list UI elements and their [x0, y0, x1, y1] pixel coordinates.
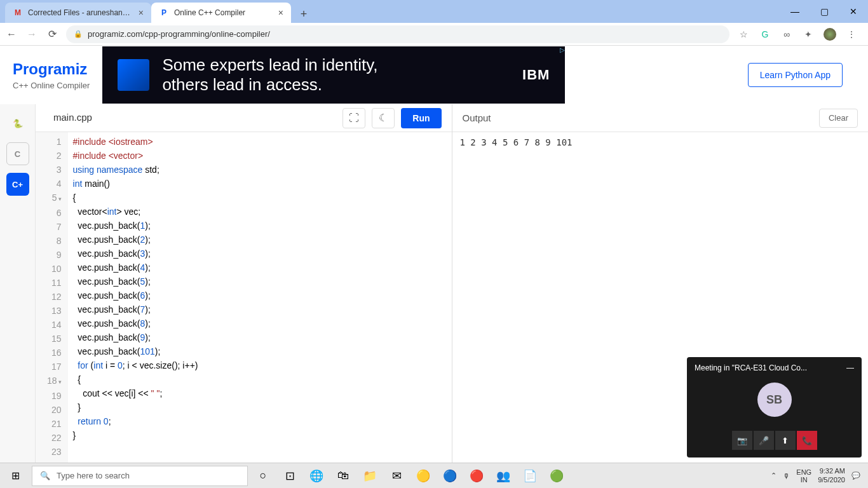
code-editor[interactable]: 12345▾6789101112131415161718▾1920212223 …: [36, 132, 452, 463]
teams-popup-header: Meeting in "RCA-E31 Cloud Co... —: [687, 357, 862, 379]
start-button[interactable]: ⊞: [0, 463, 31, 489]
teams-meeting-title: Meeting in "RCA-E31 Cloud Co...: [695, 363, 807, 372]
page-subtitle: C++ Online Compiler: [13, 81, 90, 90]
teams-hangup-button[interactable]: 📞: [797, 431, 817, 450]
teams-camera-button[interactable]: 📷: [732, 431, 752, 450]
page-header: Programiz C++ Online Compiler Some exper…: [0, 46, 868, 104]
reload-button[interactable]: ⟳: [46, 28, 58, 41]
explorer-icon[interactable]: 📁: [362, 468, 377, 484]
back-button[interactable]: ←: [5, 28, 18, 41]
cortana-icon[interactable]: ○: [255, 468, 271, 484]
ad-banner[interactable]: Some experts lead in identity, others le…: [102, 46, 565, 104]
mail-icon[interactable]: ✉: [389, 468, 404, 484]
notifications-icon[interactable]: 💬: [851, 471, 860, 480]
window-controls: — ▢ ✕: [780, 0, 868, 23]
ad-info-icon[interactable]: ▷: [560, 46, 565, 53]
url-input[interactable]: 🔒 programiz.com/cpp-programming/online-c…: [66, 25, 729, 43]
extension-icon[interactable]: ∞: [780, 28, 793, 41]
ad-logo-icon: [118, 59, 149, 91]
lock-icon: 🔒: [74, 30, 83, 38]
taskbar-search[interactable]: 🔍 Type here to search: [32, 466, 248, 486]
forward-button[interactable]: →: [25, 28, 38, 41]
output-label: Output: [463, 112, 491, 123]
learn-python-button[interactable]: Learn Python App: [748, 63, 843, 87]
minimize-button[interactable]: —: [780, 0, 810, 23]
programiz-logo[interactable]: Programiz: [13, 60, 90, 78]
new-tab-button[interactable]: +: [295, 5, 313, 23]
editor-header: main.cpp ⛶ ☾ Run: [36, 104, 452, 132]
browser-tab-gmail[interactable]: M Corrected Files - aruneshankit2© ×: [5, 3, 151, 23]
chromium-icon[interactable]: 🔵: [442, 468, 458, 484]
logo-block: Programiz C++ Online Compiler: [13, 60, 90, 90]
run-button[interactable]: Run: [401, 108, 441, 128]
word-icon[interactable]: 📄: [522, 468, 538, 484]
toolbar-right: ☆ G ∞ ✦ ⋮: [737, 28, 863, 41]
profile-avatar[interactable]: [824, 28, 836, 41]
ibm-logo: IBM: [522, 67, 550, 83]
star-icon[interactable]: ☆: [737, 28, 750, 41]
teams-share-button[interactable]: ⬆: [775, 431, 796, 450]
output-text: 1 2 3 4 5 6 7 8 9 101: [452, 132, 869, 152]
lang-c[interactable]: C: [6, 142, 29, 165]
file-tab[interactable]: main.cpp: [46, 104, 100, 132]
opera-icon[interactable]: 🔴: [469, 468, 484, 484]
address-bar: ← → ⟳ 🔒 programiz.com/cpp-programming/on…: [0, 23, 868, 46]
editor-panel: main.cpp ⛶ ☾ Run 12345▾67891011121314151…: [36, 104, 452, 463]
teams-participant-avatar: SB: [757, 383, 792, 417]
lang-cpp[interactable]: C+: [6, 173, 29, 196]
menu-icon[interactable]: ⋮: [845, 28, 858, 41]
clear-button[interactable]: Clear: [819, 109, 858, 128]
tab-title: Corrected Files - aruneshankit2©: [28, 8, 133, 17]
close-icon[interactable]: ×: [139, 8, 144, 18]
search-icon: 🔍: [40, 471, 50, 480]
language-sidebar: 🐍 C C+: [0, 104, 36, 463]
tab-title: Online C++ Compiler: [174, 8, 273, 17]
fullscreen-button[interactable]: ⛶: [342, 108, 365, 128]
tray-language[interactable]: ENGIN: [796, 468, 811, 484]
code-lines[interactable]: #include <iostream>#include <vector>usin…: [68, 132, 203, 463]
maximize-button[interactable]: ▢: [810, 0, 839, 23]
taskview-icon[interactable]: ⊡: [282, 468, 297, 484]
edge-icon[interactable]: 🌐: [309, 468, 324, 484]
puzzle-icon[interactable]: ✦: [802, 28, 815, 41]
windows-taskbar: ⊞ 🔍 Type here to search ○ ⊡ 🌐 🛍 📁 ✉ 🟡 🔵 …: [0, 463, 868, 488]
theme-toggle-button[interactable]: ☾: [372, 108, 395, 128]
ad-text: Some experts lead in identity, others le…: [162, 55, 377, 95]
gmail-icon: M: [13, 8, 23, 18]
browser-tab-strip: M Corrected Files - aruneshankit2© × P O…: [0, 0, 868, 23]
teams-meeting-popup[interactable]: Meeting in "RCA-E31 Cloud Co... — SB 📷 🎤…: [687, 357, 862, 458]
browser-tab-programiz[interactable]: P Online C++ Compiler ×: [151, 3, 291, 23]
teams-icon[interactable]: 👥: [496, 468, 511, 484]
chrome-icon[interactable]: 🟡: [416, 468, 431, 484]
system-tray: ⌃ 🎙 ENGIN 9:32 AM9/5/2020 💬: [771, 467, 868, 484]
search-placeholder: Type here to search: [57, 471, 130, 480]
close-icon[interactable]: ×: [278, 8, 283, 18]
grammarly-taskbar-icon[interactable]: 🟢: [549, 468, 564, 484]
close-window-button[interactable]: ✕: [839, 0, 868, 23]
url-text: programiz.com/cpp-programming/online-com…: [88, 29, 270, 39]
teams-call-controls: 📷 🎤 ⬆ 📞: [732, 431, 817, 450]
line-gutter: 12345▾6789101112131415161718▾1920212223: [36, 132, 68, 463]
tray-mic-icon[interactable]: 🎙: [783, 472, 790, 480]
programiz-icon: P: [159, 8, 169, 18]
grammarly-icon[interactable]: G: [759, 28, 771, 41]
taskbar-apps: ○ ⊡ 🌐 🛍 📁 ✉ 🟡 🔵 🔴 👥 📄 🟢: [255, 468, 564, 484]
lang-python[interactable]: 🐍: [6, 112, 29, 135]
teams-minimize-icon[interactable]: —: [846, 363, 854, 372]
tray-chevron-icon[interactable]: ⌃: [771, 471, 776, 480]
store-icon[interactable]: 🛍: [336, 468, 351, 484]
tray-clock[interactable]: 9:32 AM9/5/2020: [818, 467, 845, 484]
teams-mic-button[interactable]: 🎤: [754, 431, 774, 450]
output-header: Output Clear: [452, 104, 869, 132]
